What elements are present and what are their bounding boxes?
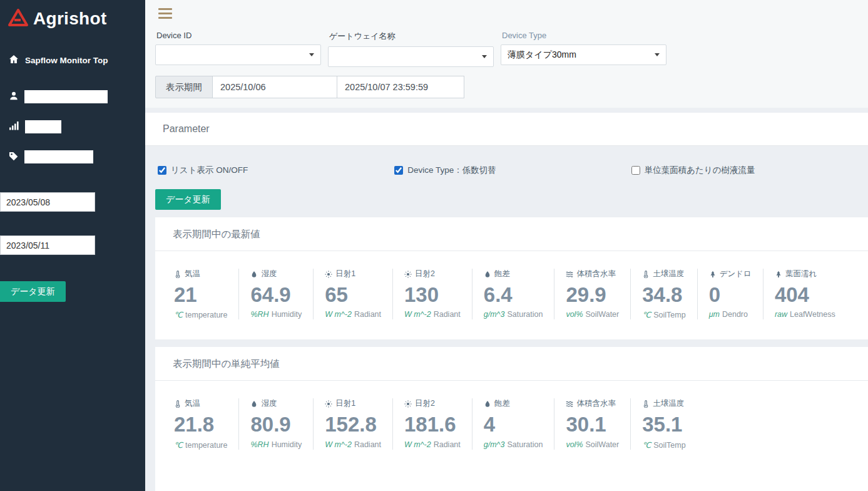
metric-unit-name: SoilTemp xyxy=(653,311,685,319)
metric-value: 4 xyxy=(484,413,543,436)
metric-unit-name: Humidity xyxy=(272,440,302,449)
checkbox-row: リスト表示 ON/OFF Device Type：係数切替 単位葉面積あたりの樹… xyxy=(145,146,868,176)
sidebar-update-button[interactable]: データ更新 xyxy=(0,281,66,302)
metric-name: 飽差 xyxy=(494,398,510,409)
checkbox-2[interactable] xyxy=(631,166,640,175)
period-start-input[interactable] xyxy=(212,76,337,98)
period-end-input[interactable] xyxy=(337,76,464,98)
device-id-select[interactable] xyxy=(155,44,321,65)
metric-unit: W m^-2 xyxy=(404,310,431,319)
metric-value: 130 xyxy=(404,284,461,306)
metric-unit: ℃ xyxy=(174,441,183,450)
metric-unit-name: LeafWetness xyxy=(790,310,835,319)
metric-unit-name: temperature xyxy=(185,311,227,319)
metric-unit-name: Humidity xyxy=(272,310,302,319)
metric-value: 30.1 xyxy=(566,413,619,436)
metric-value: 404 xyxy=(775,284,835,306)
metric-cell: 土壌温度 35.1 ℃SoilTemp xyxy=(631,398,697,449)
metric-value: 65 xyxy=(325,284,381,306)
sidebar-signal-row xyxy=(0,120,145,133)
metric-value: 21.8 xyxy=(174,413,227,436)
period-label: 表示期間 xyxy=(155,76,213,98)
tag-icon xyxy=(9,151,19,163)
metric-cell: 日射2 130 W m^-2Radiant xyxy=(393,269,472,319)
metric-name: デンドロ xyxy=(720,269,752,279)
metric-unit-name: Saturation xyxy=(507,310,543,319)
metric-name: 湿度 xyxy=(261,398,277,409)
app: Agrishot Sapflow Monitor Top xyxy=(0,0,868,491)
metric-unit: ℃ xyxy=(174,311,183,319)
user-input[interactable] xyxy=(24,90,108,103)
metric-cell: 飽差 6.4 g/m^3Saturation xyxy=(472,269,555,319)
metric-unit: W m^-2 xyxy=(325,310,352,319)
metric-name: 日射1 xyxy=(335,269,355,279)
metric-unit: ℃ xyxy=(642,441,651,450)
metrics-row: 気温 21 ℃temperature 湿度 64.9 %RHHumidity 日… xyxy=(155,251,868,339)
menu-icon[interactable] xyxy=(156,6,175,21)
thermometer-icon xyxy=(642,271,650,278)
checkbox-item[interactable]: リスト表示 ON/OFF xyxy=(158,165,394,176)
checkbox-1[interactable] xyxy=(394,166,403,175)
tree-icon xyxy=(709,271,717,278)
metric-unit-name: Radiant xyxy=(434,310,461,319)
chevron-down-icon xyxy=(309,53,314,56)
thermometer-icon xyxy=(174,400,181,408)
metric-value: 152.8 xyxy=(325,413,381,436)
metric-cell: 体積含水率 30.1 vol%SoilWater xyxy=(554,398,631,449)
metric-name: 日射2 xyxy=(415,269,435,279)
thermometer-icon xyxy=(174,271,181,278)
metric-name: 土壌温度 xyxy=(653,398,684,409)
metric-unit-name: Radiant xyxy=(434,440,461,449)
signal-icon xyxy=(9,121,19,133)
metric-unit: %RH xyxy=(250,310,268,319)
metric-name: 土壌温度 xyxy=(653,269,684,279)
metric-value: 34.8 xyxy=(642,284,685,306)
droplet-icon xyxy=(250,400,258,408)
metric-unit: g/m^3 xyxy=(484,310,505,319)
metric-unit-name: Saturation xyxy=(507,440,543,449)
checkbox-label: Device Type：係数切替 xyxy=(407,165,496,176)
sidebar-date-from-input[interactable] xyxy=(0,192,95,212)
waves-icon xyxy=(566,271,573,278)
metrics-card: 表示期間中の最新値 気温 21 ℃temperature 湿度 64.9 %RH… xyxy=(155,217,868,339)
home-icon xyxy=(9,54,19,66)
metric-unit-name: SoilWater xyxy=(586,310,620,319)
metric-cell: 日射1 65 W m^-2Radiant xyxy=(314,269,393,319)
tag-input[interactable] xyxy=(24,150,93,163)
agrishot-logo-icon xyxy=(8,8,29,29)
checkbox-item[interactable]: Device Type：係数切替 xyxy=(394,165,631,176)
thermometer-icon xyxy=(642,400,650,408)
checkbox-0[interactable] xyxy=(158,166,166,175)
metric-unit: g/m^3 xyxy=(484,440,505,449)
device-id-label: Device ID xyxy=(156,31,321,40)
device-type-group: Device Type 薄膜タイプ30mm xyxy=(501,28,666,67)
metric-name: 湿度 xyxy=(261,269,277,279)
metric-name: 体積含水率 xyxy=(576,269,616,279)
checkbox-item[interactable]: 単位葉面積あたりの樹液流量 xyxy=(631,165,868,176)
signal-input[interactable] xyxy=(25,120,61,133)
device-type-label: Device Type xyxy=(502,31,666,40)
data-update-button[interactable]: データ更新 xyxy=(155,189,221,210)
metric-cell: 湿度 80.9 %RHHumidity xyxy=(239,398,314,449)
sidebar-item-home[interactable]: Sapflow Monitor Top xyxy=(0,47,145,73)
chevron-down-icon xyxy=(482,55,487,58)
section-title: 表示期間中の最新値 xyxy=(155,217,868,251)
metric-unit: ℃ xyxy=(642,311,651,319)
metric-unit: μm xyxy=(709,310,720,319)
device-type-select[interactable]: 薄膜タイプ30mm xyxy=(501,44,666,65)
metric-value: 181.6 xyxy=(404,413,461,436)
metric-cell: 葉面濡れ 404 rawLeafWetness xyxy=(763,269,847,319)
metric-value: 35.1 xyxy=(642,413,685,436)
section-title: 表示期間中の単純平均値 xyxy=(155,347,868,381)
sidebar-date-to-input[interactable] xyxy=(0,235,95,255)
metric-unit-name: temperature xyxy=(185,441,227,450)
metric-unit: raw xyxy=(775,310,787,319)
droplet-icon xyxy=(250,271,258,278)
sun-icon xyxy=(404,271,412,278)
sidebar: Agrishot Sapflow Monitor Top xyxy=(0,0,145,491)
metric-unit-name: SoilWater xyxy=(586,440,620,449)
filters: Device ID ゲートウェイ名称 Device Type xyxy=(145,26,868,108)
metric-cell: 体積含水率 29.9 vol%SoilWater xyxy=(554,269,631,319)
gateway-select[interactable] xyxy=(328,46,494,67)
metric-unit: %RH xyxy=(250,440,268,449)
